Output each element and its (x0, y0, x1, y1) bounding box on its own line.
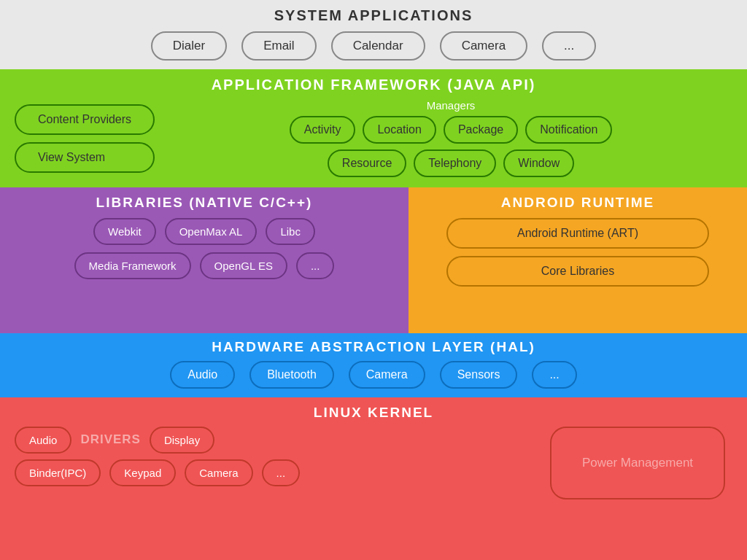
app-more[interactable]: ... (542, 31, 596, 61)
managers-row1: Activity Location Package Notification (169, 116, 732, 144)
managers-label: Managers (169, 99, 732, 112)
app-framework-section: APPLICATION FRAMEWORK (JAVA API) Content… (0, 69, 747, 187)
hal-title: HARDWARE ABSTRACTION LAYER (HAL) (15, 339, 732, 355)
kernel-camera-box[interactable]: Camera (185, 459, 252, 486)
managers-row2: Resource Telephony Window (169, 149, 732, 177)
hal-section: HARDWARE ABSTRACTION LAYER (HAL) Audio B… (0, 333, 747, 397)
package-box[interactable]: Package (444, 116, 518, 144)
core-libraries-box[interactable]: Core Libraries (446, 256, 709, 287)
activity-box[interactable]: Activity (290, 116, 356, 144)
libraries-title: LIBRARIES (NATIVE C/C++) (15, 195, 394, 211)
middle-row: LIBRARIES (NATIVE C/C++) Webkit OpenMax … (0, 187, 747, 333)
kernel-right: Power Management (543, 427, 732, 499)
kernel-audio-box[interactable]: Audio (15, 427, 71, 454)
kernel-title: LINUX KERNEL (15, 405, 732, 421)
hal-audio-box[interactable]: Audio (170, 361, 235, 389)
lib-row2: Media Framework OpenGL ES ... (15, 252, 394, 279)
framework-left: Content Providers View System (15, 99, 155, 177)
kernel-display-box[interactable]: Display (150, 427, 214, 454)
location-box[interactable]: Location (363, 116, 436, 144)
content-providers-box[interactable]: Content Providers (15, 104, 155, 135)
notification-box[interactable]: Notification (525, 116, 612, 144)
opengl-box[interactable]: OpenGL ES (200, 252, 287, 279)
media-framework-box[interactable]: Media Framework (74, 252, 191, 279)
view-system-box[interactable]: View System (15, 142, 155, 173)
telephony-box[interactable]: Telephony (414, 149, 496, 177)
kernel-content: Audio DRIVERS Display Binder(IPC) Keypad… (15, 427, 732, 499)
kernel-row2: Binder(IPC) Keypad Camera ... (15, 459, 528, 486)
runtime-items: Android Runtime (ART) Core Libraries (423, 218, 732, 287)
webkit-box[interactable]: Webkit (93, 218, 156, 245)
kernel-left: Audio DRIVERS Display Binder(IPC) Keypad… (15, 427, 528, 499)
framework-right: Managers Activity Location Package Notif… (169, 99, 732, 177)
kernel-binder-box[interactable]: Binder(IPC) (15, 459, 101, 486)
system-apps-title: SYSTEM APPLICATIONS (274, 7, 473, 24)
android-runtime-section: ANDROID RUNTIME Android Runtime (ART) Co… (409, 187, 747, 333)
hal-row: Audio Bluetooth Camera Sensors ... (15, 361, 732, 389)
hal-sensors-box[interactable]: Sensors (440, 361, 518, 389)
art-box[interactable]: Android Runtime (ART) (446, 218, 709, 249)
system-apps-section: SYSTEM APPLICATIONS Dialer Email Calenda… (0, 0, 747, 69)
hal-camera-box[interactable]: Camera (349, 361, 425, 389)
kernel-rows: Audio DRIVERS Display Binder(IPC) Keypad… (15, 427, 528, 486)
resource-box[interactable]: Resource (328, 149, 406, 177)
drivers-label: DRIVERS (80, 432, 141, 448)
app-dialer[interactable]: Dialer (151, 31, 227, 61)
kernel-row1: Audio DRIVERS Display (15, 427, 528, 454)
app-calendar[interactable]: Calendar (331, 31, 425, 61)
apps-row: Dialer Email Calendar Camera ... (151, 31, 597, 61)
framework-content: Content Providers View System Managers A… (15, 99, 732, 177)
kernel-more-box[interactable]: ... (262, 459, 301, 486)
openmax-box[interactable]: OpenMax AL (165, 218, 258, 245)
power-management-box[interactable]: Power Management (550, 427, 725, 499)
libraries-section: LIBRARIES (NATIVE C/C++) Webkit OpenMax … (0, 187, 409, 333)
framework-title: APPLICATION FRAMEWORK (JAVA API) (15, 77, 732, 93)
hal-bluetooth-box[interactable]: Bluetooth (249, 361, 334, 389)
main-container: SYSTEM APPLICATIONS Dialer Email Calenda… (0, 0, 747, 560)
linux-kernel-section: LINUX KERNEL Audio DRIVERS Display Binde… (0, 397, 747, 561)
runtime-title: ANDROID RUNTIME (423, 195, 732, 211)
managers-rows: Activity Location Package Notification R… (169, 116, 732, 177)
window-box[interactable]: Window (503, 149, 574, 177)
libc-box[interactable]: Libc (266, 218, 315, 245)
lib-more-box[interactable]: ... (296, 252, 335, 279)
hal-more-box[interactable]: ... (532, 361, 576, 389)
app-email[interactable]: Email (241, 31, 317, 61)
app-camera[interactable]: Camera (440, 31, 527, 61)
lib-row1: Webkit OpenMax AL Libc (15, 218, 394, 245)
kernel-keypad-box[interactable]: Keypad (109, 459, 176, 486)
lib-rows: Webkit OpenMax AL Libc Media Framework O… (15, 218, 394, 279)
